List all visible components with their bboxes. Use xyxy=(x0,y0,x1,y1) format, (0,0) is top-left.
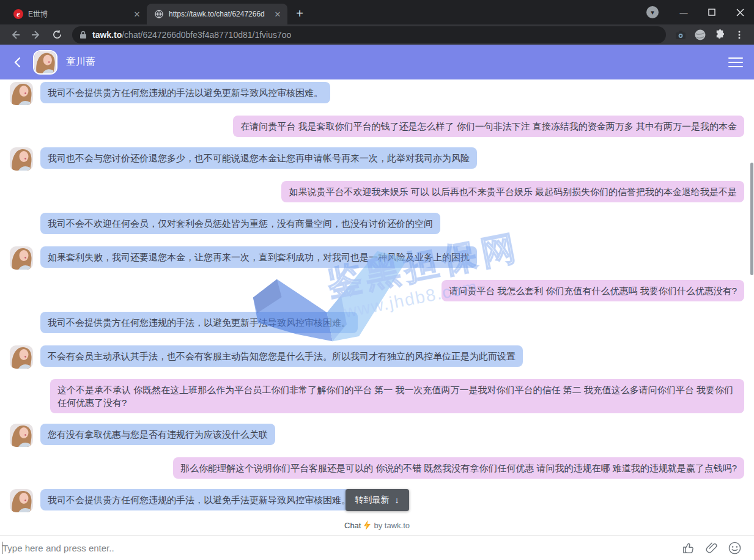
chat-message-row: 如果说贵平台不欢迎我来娱乐 可以 以后再也不来贵平台娱乐 最起码别损失你们的信誉… xyxy=(10,181,744,202)
chat-message-row: 如果套利失败，我司还要退您本金，让您再来一次，直到套利成功，对我司也是一种风险及… xyxy=(10,246,744,270)
esbo-favicon-icon: e xyxy=(13,9,23,19)
visitor-message-bubble: 在请问贵平台 我是套取你们平台的钱了还是怎么样了 你们一句非法下注 直接冻结我的… xyxy=(233,116,744,137)
lock-icon xyxy=(79,31,87,39)
avatar-spacer xyxy=(10,312,33,335)
screenshot-camera-icon[interactable] xyxy=(673,27,689,43)
chat-message-row: 您有没有拿取优惠与您是否有违规行为应该没什么关联 xyxy=(10,424,744,447)
extension-globe-icon[interactable] xyxy=(692,27,708,43)
agent-avatar xyxy=(10,246,33,270)
brand-chat-label: Chat xyxy=(344,521,361,530)
agent-avatar xyxy=(10,345,33,369)
menu-kebab-icon[interactable] xyxy=(731,27,747,43)
agent-message-bubble: 您有没有拿取优惠与您是否有违规行为应该没什么关联 xyxy=(40,424,275,445)
attachment-icon[interactable] xyxy=(704,541,719,555)
browser-toolbar: tawk.to/chat/6247266d0bfe3f4a87710d81/1f… xyxy=(0,24,754,45)
message-list: 我司不会提供贵方任何您违规的手法以避免更新导致风控审核困难。在请问贵平台 我是套… xyxy=(0,82,754,512)
agent-name: 童川蔷 xyxy=(66,56,95,68)
agent-message-bubble: 不会有会员主动承认其手法，也不会有客服主动告知您您是什么手法。所以我司才有独立的… xyxy=(40,345,523,367)
extensions-puzzle-icon[interactable] xyxy=(712,27,728,43)
chat-body: 我司不会提供贵方任何您违规的手法以避免更新导致风控审核困难。在请问贵平台 我是套… xyxy=(0,79,754,515)
visitor-message-bubble: 如果说贵平台不欢迎我来娱乐 可以 以后再也不来贵平台娱乐 最起码别损失你们的信誉… xyxy=(281,181,744,202)
tab-title: E世博 xyxy=(28,9,127,20)
tab-tawk-chat[interactable]: https://tawk.to/chat/6247266d ✕ xyxy=(147,4,287,24)
url-host: tawk.to xyxy=(92,30,122,40)
chat-back-icon[interactable] xyxy=(11,56,24,69)
forward-icon[interactable] xyxy=(28,27,44,43)
chat-message-row: 在请问贵平台 我是套取你们平台的钱了还是怎么样了 你们一句非法下注 直接冻结我的… xyxy=(10,116,744,137)
window-minimize-button[interactable]: — xyxy=(670,0,698,24)
agent-avatar xyxy=(10,489,33,512)
tab-search-icon[interactable]: ▾ xyxy=(646,6,659,18)
thumbs-up-icon[interactable] xyxy=(681,541,695,555)
reload-icon[interactable] xyxy=(49,27,65,43)
chat-message-row: 我司不会提供贵方任何您违规的手法以避免更新导致风控审核困难。 xyxy=(10,82,744,105)
lightning-bolt-icon xyxy=(364,520,371,530)
agent-message-bubble: 我司不会提供贵方任何您违规的手法，以避免更新手法导致风控审核困难。 xyxy=(40,312,358,333)
agent-avatar xyxy=(10,424,33,447)
visitor-message-bubble: 那么你能理解这个说明你们平台客服还是可以的 你说的不错 既然我没有拿你们任何优惠… xyxy=(173,457,744,479)
browser-window: e E世博 ✕ https://tawk.to/chat/6247266d ✕ … xyxy=(0,0,754,560)
emoji-icon[interactable] xyxy=(728,541,742,555)
agent-avatar xyxy=(10,147,33,171)
jump-to-latest-label: 转到最新 xyxy=(355,495,390,506)
chat-message-row: 我司不会提供贵方任何您违规的手法，以避免更新手法导致风控审核困难。 xyxy=(10,312,744,335)
composer-icons xyxy=(681,541,742,555)
address-bar[interactable]: tawk.to/chat/6247266d0bfe3f4a87710d81/1f… xyxy=(72,26,666,43)
window-maximize-button[interactable] xyxy=(698,0,726,24)
window-close-button[interactable] xyxy=(726,0,754,24)
down-arrow-icon: ↓ xyxy=(395,495,399,505)
jump-to-latest-button[interactable]: 转到最新↓ xyxy=(346,489,409,511)
new-tab-button[interactable]: + xyxy=(291,5,308,22)
chat-message-row: 不会有会员主动承认其手法，也不会有客服主动告知您您是什么手法。所以我司才有独立的… xyxy=(10,345,744,369)
agent-message-bubble: 我司不会提供贵方任何您违规的手法以避免更新导致风控审核困难。 xyxy=(40,82,330,103)
chat-message-row: 这个不是承不承认 你既然在这上班那么作为平台员工你们非常了解你们的平台 第一 我… xyxy=(10,379,744,413)
avatar-spacer xyxy=(10,213,33,236)
brand-by-label: by tawk.to xyxy=(374,521,410,530)
tab-title: https://tawk.to/chat/6247266d xyxy=(169,10,268,18)
visitor-message-bubble: 请问贵平台 我怎么套利 你们充值有什么优惠吗 我要你们什么优惠没有? xyxy=(442,280,744,301)
chat-message-row: 那么你能理解这个说明你们平台客服还是可以的 你说的不错 既然我没有拿你们任何优惠… xyxy=(10,457,744,479)
url-path: /chat/6247266d0bfe3f4a87710d81/1fvius7oo xyxy=(122,30,291,40)
composer-bar xyxy=(0,535,754,560)
globe-favicon-icon xyxy=(154,9,164,19)
agent-avatar-header xyxy=(33,50,57,75)
agent-avatar xyxy=(10,82,33,105)
agent-message-bubble: 我司不会提供贵方任何您违规的手法，以避免手法更新导致风控审核困难。 xyxy=(40,489,358,510)
tawk-branding[interactable]: Chat by tawk.to xyxy=(0,515,754,535)
message-input[interactable] xyxy=(2,543,681,553)
back-icon[interactable] xyxy=(7,27,23,43)
agent-message-bubble: 我司也不会与您讨价还价退您多少，也不可能说退您本金让您再申请帐号再来一次，此举对… xyxy=(40,147,477,169)
scrollbar-thumb[interactable] xyxy=(750,163,753,275)
chat-message-row: 请问贵平台 我怎么套利 你们充值有什么优惠吗 我要你们什么优惠没有? xyxy=(10,280,744,301)
agent-message-bubble: 如果套利失败，我司还要退您本金，让您再来一次，直到套利成功，对我司也是一种风险及… xyxy=(40,246,477,268)
chat-menu-icon[interactable] xyxy=(728,57,743,67)
tab-strip: e E世博 ✕ https://tawk.to/chat/6247266d ✕ … xyxy=(0,0,754,24)
chat-message-row: 我司不会不欢迎任何会员，仅对套利会员惩处皆为重惩，没有商量空间，也没有讨价还价的… xyxy=(10,213,744,236)
tab-esbo[interactable]: e E世博 ✕ xyxy=(6,4,147,24)
visitor-message-bubble: 这个不是承不承认 你既然在这上班那么作为平台员工你们非常了解你们的平台 第一 我… xyxy=(50,379,744,413)
chat-message-row: 我司也不会与您讨价还价退您多少，也不可能说退您本金让您再申请帐号再来一次，此举对… xyxy=(10,147,744,171)
agent-message-bubble: 我司不会不欢迎任何会员，仅对套利会员惩处皆为重惩，没有商量空间，也没有讨价还价的… xyxy=(40,213,440,234)
tab-close-icon[interactable]: ✕ xyxy=(132,9,142,19)
tabstrip-controls: ▾ — xyxy=(646,0,754,24)
tab-close-icon[interactable]: ✕ xyxy=(273,9,283,19)
chat-header: 童川蔷 xyxy=(0,45,754,79)
